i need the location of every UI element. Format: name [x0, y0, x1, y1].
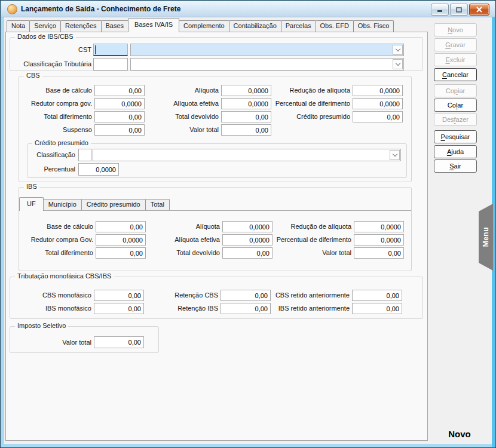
- ibs-total-devolvido-input[interactable]: 0,00: [222, 247, 273, 259]
- group-ibs: IBS UF Município Crédito presumido Total…: [19, 187, 412, 271]
- ibs-percentual-de-diferimento-input[interactable]: 0,0000: [354, 234, 404, 246]
- ibs-base-de-calculo-input[interactable]: 0,00: [96, 221, 146, 232]
- classificacao-tributaria-combo[interactable]: [130, 58, 404, 70]
- ibs-tab-uf[interactable]: UF: [19, 197, 44, 211]
- field-label: Percentual de diferimento: [274, 98, 350, 109]
- excluir-button[interactable]: Excluir: [434, 53, 477, 66]
- field-label: Total diferimento: [23, 247, 93, 259]
- tab-retencoes[interactable]: Retenções: [60, 20, 102, 32]
- field-label: CBS retido anteriormente: [273, 290, 350, 301]
- group-credito-presumido: Crédito presumido Classificação Percentu…: [27, 143, 407, 178]
- monofasica-fields: CBS monofásico 0,00 Retenção CBS 0,00 CB…: [13, 290, 402, 314]
- ibs-tab-total[interactable]: Total: [145, 199, 170, 210]
- ibs-valor-total-input[interactable]: 0,00: [354, 247, 404, 259]
- tab-contabilizacao[interactable]: Contabilização: [229, 20, 281, 32]
- field-label: IBS retido anteriormente: [273, 303, 350, 314]
- field-label: Base de cálculo: [23, 221, 93, 232]
- tab-nota[interactable]: Nota: [7, 20, 30, 32]
- group-title: CBS: [24, 72, 42, 79]
- group-title: Imposto Seletivo: [15, 322, 68, 329]
- tab-complemento[interactable]: Complemento: [179, 20, 229, 32]
- cbs-total-diferimento-input[interactable]: 0,00: [94, 111, 145, 122]
- field-label: Retenção IBS: [146, 303, 218, 314]
- ibs-monofasico-input[interactable]: 0,00: [94, 303, 144, 314]
- maximize-button[interactable]: [450, 4, 468, 16]
- cst-combo[interactable]: [130, 44, 404, 56]
- field-label: Alíquota efetiva: [147, 98, 219, 109]
- classificacao-tributaria-code-input[interactable]: [93, 58, 128, 70]
- text-caret: [95, 45, 96, 54]
- cbs-valor-total-input[interactable]: 0,00: [221, 124, 271, 136]
- cbs-aliquota-efetiva-input[interactable]: 0,0000: [221, 98, 271, 109]
- group-title: Dados de IBS/CBS: [15, 33, 76, 40]
- dialog-client-area: Nota Serviço Retenções Bases Bases IVA/I…: [4, 17, 492, 444]
- credito-presumido-classificacao-code-input[interactable]: [78, 149, 91, 161]
- retencao-ibs-input[interactable]: 0,00: [221, 303, 271, 314]
- chevron-down-icon[interactable]: [393, 59, 403, 69]
- seletivo-valor-total-input[interactable]: 0,00: [94, 336, 144, 348]
- close-button[interactable]: [469, 4, 489, 16]
- desfazer-button[interactable]: Desfazer: [434, 113, 477, 126]
- ibs-aliquota-efetiva-input[interactable]: 0,0000: [222, 234, 273, 246]
- ibs-reducao-de-aliquota-input[interactable]: 0,0000: [354, 221, 404, 232]
- field-label: Redutor compra Gov.: [23, 234, 93, 246]
- cst-code-input[interactable]: [93, 44, 128, 56]
- tab-obs-fisco[interactable]: Obs. Fisco: [353, 20, 394, 32]
- pesquisar-button[interactable]: Pesquisar: [434, 130, 477, 143]
- cbs-aliquota-input[interactable]: 0,0000: [221, 85, 271, 96]
- colar-button[interactable]: Colar: [434, 99, 477, 112]
- ibs-redutor-compra-gov-input[interactable]: 0,0000: [96, 234, 146, 246]
- ibs-total-diferimento-input[interactable]: 0,00: [96, 247, 146, 259]
- ibs-retido-anteriormente-input[interactable]: 0,00: [352, 303, 402, 314]
- ibs-tab-municipio[interactable]: Município: [43, 199, 82, 210]
- tab-servico[interactable]: Serviço: [29, 20, 61, 32]
- field-label: Valor total: [147, 124, 219, 136]
- field-label: Valor total: [13, 337, 91, 348]
- cbs-retido-anteriormente-input[interactable]: 0,00: [352, 290, 402, 301]
- field-label: Valor total: [275, 247, 351, 259]
- cbs-total-devolvido-input[interactable]: 0,00: [221, 111, 271, 122]
- field-label: Alíquota: [148, 221, 220, 232]
- cbs-redutor-compra-gov-input[interactable]: 0,0000: [94, 98, 145, 109]
- minimize-button[interactable]: [431, 4, 449, 16]
- cbs-base-de-calculo-input[interactable]: 0,00: [94, 85, 145, 96]
- tab-bases-iva-is[interactable]: Bases IVA/IS: [128, 18, 179, 32]
- cbs-credito-presumido-input[interactable]: 0,00: [353, 111, 403, 122]
- cancelar-button[interactable]: Cancelar: [434, 68, 477, 81]
- field-label: Total diferimento: [22, 111, 92, 122]
- menu-tab[interactable]: Menu: [479, 204, 493, 271]
- field-label: Redução de alíquota: [275, 221, 351, 232]
- tab-obs-efd[interactable]: Obs. EFD: [316, 20, 354, 32]
- novo-button[interactable]: Novo: [434, 23, 477, 36]
- window-title: Lançamento de Saída - Conhecimento de Fr…: [21, 5, 180, 13]
- gravar-button[interactable]: Gravar: [434, 38, 477, 51]
- group-tributacao-monofasica: Tributação monofásica CBS/IBS CBS monofá…: [10, 277, 423, 319]
- retencao-cbs-input[interactable]: 0,00: [221, 290, 271, 301]
- field-label: CBS monofásico: [13, 290, 91, 301]
- chevron-down-icon[interactable]: [393, 45, 403, 55]
- chevron-down-icon[interactable]: [390, 150, 400, 160]
- tab-parcelas[interactable]: Parcelas: [281, 20, 316, 32]
- field-label: Crédito presumido: [274, 111, 350, 122]
- cbs-monofasico-input[interactable]: 0,00: [94, 290, 144, 301]
- cbs-suspenso-input[interactable]: 0,00: [94, 124, 145, 136]
- credito-presumido-classificacao-combo[interactable]: [93, 149, 401, 161]
- ajuda-button[interactable]: Ajuda: [434, 145, 477, 158]
- field-label: Total devolvido: [148, 247, 220, 259]
- group-title: Tributação monofásica CBS/IBS: [15, 272, 114, 280]
- credito-presumido-percentual-input[interactable]: 0,0000: [78, 163, 119, 176]
- cbs-reducao-de-aliquota-input[interactable]: 0,0000: [353, 85, 403, 96]
- minimize-icon: [436, 7, 443, 13]
- field-label: Percentual: [30, 164, 75, 175]
- sair-button[interactable]: Sair: [434, 159, 477, 173]
- field-label: Redução de alíquota: [274, 85, 350, 96]
- cbs-fields: Base de cálculo 0,00 Alíquota 0,0000 Red…: [22, 85, 403, 136]
- cbs-percentual-de-diferimento-input[interactable]: 0,0000: [353, 98, 403, 109]
- tab-bases[interactable]: Bases: [101, 20, 129, 32]
- maximize-icon: [455, 7, 463, 13]
- ibs-tab-credito-presumido[interactable]: Crédito presumido: [81, 199, 146, 210]
- ibs-aliquota-input[interactable]: 0,0000: [222, 221, 273, 232]
- copiar-button[interactable]: Copiar: [434, 84, 477, 97]
- titlebar[interactable]: Lançamento de Saída - Conhecimento de Fr…: [1, 1, 495, 17]
- window-controls: [431, 4, 489, 16]
